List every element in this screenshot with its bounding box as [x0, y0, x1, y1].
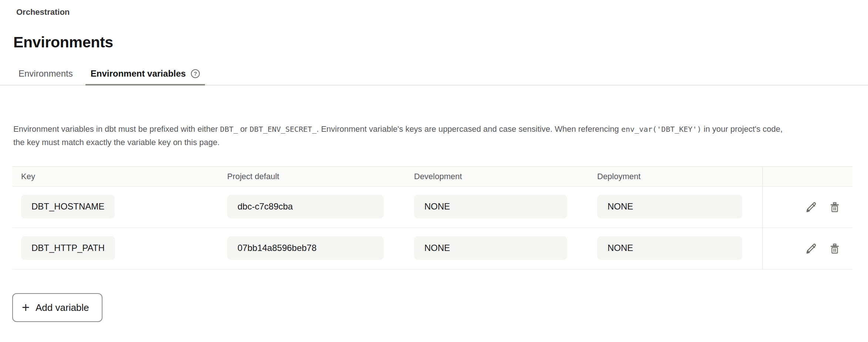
trash-icon: [829, 202, 840, 213]
add-variable-button[interactable]: + Add variable: [12, 293, 102, 322]
key-chip: DBT_HTTP_PATH: [21, 236, 115, 260]
description-segment: . Environment variable's keys are upperc…: [316, 124, 621, 134]
breadcrumb: Orchestration: [16, 7, 868, 17]
edit-variable-button[interactable]: [805, 242, 818, 255]
table-row: DBT_HOSTNAME dbc-c7c89cba NONE NONE: [12, 187, 852, 228]
code-env-var-example: env_var('DBT_KEY'): [621, 125, 702, 134]
development-chip: NONE: [414, 195, 567, 218]
description-segment: Environment variables in dbt must be pre…: [13, 124, 220, 134]
project-default-cell: 07bb14a8596beb78: [218, 236, 405, 261]
tab-environment-variables-label: Environment variables: [91, 68, 186, 79]
tab-environment-variables[interactable]: Environment variables ?: [85, 68, 205, 86]
row-actions: [762, 228, 852, 269]
add-variable-label: Add variable: [36, 302, 89, 314]
project-default-chip: dbc-c7c89cba: [227, 195, 384, 218]
page-title: Environments: [13, 33, 868, 51]
column-header-development: Development: [405, 172, 588, 181]
environment-variables-table: Key Project default Development Deployme…: [12, 166, 852, 269]
tab-environments[interactable]: Environments: [13, 68, 78, 85]
tab-environments-label: Environments: [18, 68, 73, 79]
key-chip: DBT_HOSTNAME: [21, 195, 115, 218]
project-default-cell: dbc-c7c89cba: [218, 195, 405, 220]
development-cell: NONE: [405, 195, 588, 220]
column-header-deployment: Deployment: [588, 172, 762, 181]
deployment-cell: NONE: [588, 195, 762, 220]
code-dbt-prefix: DBT_: [220, 125, 238, 134]
code-dbt-env-secret-prefix: DBT_ENV_SECRET_: [250, 125, 317, 134]
delete-variable-button[interactable]: [828, 201, 841, 214]
column-header-key: Key: [12, 172, 218, 181]
development-cell: NONE: [405, 236, 588, 261]
development-chip: NONE: [414, 236, 567, 260]
description-segment: or: [238, 124, 250, 134]
table-row: DBT_HTTP_PATH 07bb14a8596beb78 NONE NONE: [12, 228, 852, 269]
description-text: Environment variables in dbt must be pre…: [13, 123, 783, 149]
table-header-row: Key Project default Development Deployme…: [12, 167, 852, 187]
environment-variables-page: Orchestration Environments Environments …: [0, 7, 868, 342]
edit-variable-button[interactable]: [805, 201, 818, 214]
row-actions: [762, 187, 852, 228]
deployment-chip: NONE: [597, 195, 742, 218]
pencil-icon: [805, 201, 817, 213]
project-default-chip: 07bb14a8596beb78: [227, 236, 384, 260]
column-header-project-default: Project default: [218, 172, 405, 181]
pencil-icon: [805, 243, 817, 255]
plus-icon: +: [22, 301, 30, 314]
column-header-actions: [762, 167, 852, 186]
delete-variable-button[interactable]: [828, 242, 841, 255]
deployment-cell: NONE: [588, 236, 762, 261]
key-cell: DBT_HOSTNAME: [12, 195, 218, 220]
key-cell: DBT_HTTP_PATH: [12, 236, 218, 261]
trash-icon: [829, 243, 840, 254]
help-icon[interactable]: ?: [191, 69, 200, 78]
tab-bar: Environments Environment variables ?: [0, 68, 868, 86]
deployment-chip: NONE: [597, 236, 742, 260]
